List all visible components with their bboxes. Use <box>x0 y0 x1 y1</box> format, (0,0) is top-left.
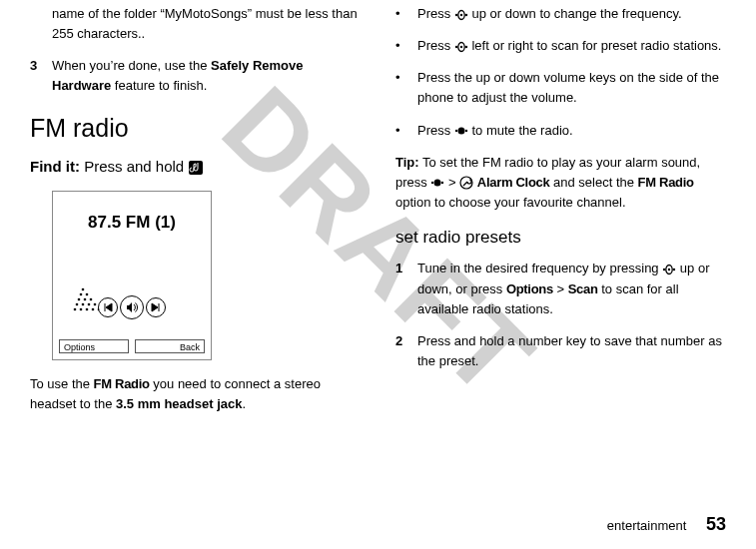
next-button[interactable] <box>146 297 166 317</box>
bullet-text: Press the up or down volume keys on the … <box>417 68 725 108</box>
svg-point-29 <box>434 180 441 187</box>
fm-radio-heading: FM radio <box>30 109 360 148</box>
center-key-icon <box>454 125 468 137</box>
svg-point-32 <box>673 269 675 271</box>
t: to mute the radio. <box>468 123 573 138</box>
page-footer: entertainment 53 <box>607 514 726 535</box>
step-text: When you’re done, use the Safely Remove … <box>52 56 360 96</box>
frequency-display: 87.5 FM (1) <box>53 192 211 236</box>
svg-point-23 <box>460 46 462 48</box>
svg-point-26 <box>457 128 464 135</box>
headset-note: To use the FM Radio you need to connect … <box>30 374 360 414</box>
step-number: 3 <box>30 56 52 96</box>
two-column-layout: name of the folder “MyMotoSongs” must be… <box>30 0 728 426</box>
find-it-text: Press and hold <box>80 158 188 175</box>
bullet-text: Press left or right to scan for preset r… <box>417 36 725 56</box>
svg-point-21 <box>465 46 467 48</box>
nav-key-icon <box>662 264 676 275</box>
bullet-2: • Press left or right to scan for preset… <box>395 36 725 56</box>
svg-point-7 <box>82 302 85 305</box>
t: Press <box>417 123 454 138</box>
svg-point-16 <box>455 13 457 15</box>
bullet-dot: • <box>395 68 417 108</box>
set-radio-presets-heading: set radio presets <box>395 225 725 251</box>
svg-point-4 <box>92 307 95 310</box>
svg-point-27 <box>431 182 433 184</box>
svg-point-1 <box>74 307 77 310</box>
left-column: name of the folder “MyMotoSongs” must be… <box>30 4 360 426</box>
t: When you’re done, use the <box>52 58 211 73</box>
step-number: 1 <box>395 259 417 318</box>
jack-term: 3.5 mm headset jack <box>116 396 242 411</box>
svg-point-10 <box>78 297 81 300</box>
back-softkey[interactable]: Back <box>135 339 205 353</box>
svg-point-31 <box>663 269 665 271</box>
t: option to choose your favourite channel. <box>395 195 626 210</box>
bullet-dot: • <box>395 4 417 24</box>
bullet-text: Press up or down to change the frequency… <box>417 4 725 24</box>
tools-icon <box>459 176 473 190</box>
step-text: Tune in the desired frequency by pressin… <box>417 259 725 318</box>
step-number: 2 <box>395 331 417 371</box>
find-it-label: Find it: <box>30 158 80 175</box>
fm-radio-term: FM Radio <box>638 175 694 190</box>
bullet-dot: • <box>395 121 417 141</box>
options-softkey[interactable]: Options <box>59 339 129 353</box>
svg-point-2 <box>80 307 83 310</box>
svg-point-6 <box>76 302 79 305</box>
bullet-1: • Press up or down to change the frequen… <box>395 4 725 24</box>
music-key-icon <box>188 160 204 176</box>
nav-key-icon <box>454 41 468 53</box>
play-sound-button[interactable] <box>120 295 144 319</box>
bullet-3: • Press the up or down volume keys on th… <box>395 68 725 108</box>
svg-point-14 <box>86 292 89 295</box>
bullet-dot: • <box>395 36 417 56</box>
t: > <box>553 281 568 296</box>
svg-point-3 <box>86 307 89 310</box>
svg-point-8 <box>88 302 91 305</box>
t: To use the <box>30 376 94 391</box>
svg-point-15 <box>82 287 85 290</box>
t: feature to finish. <box>111 78 207 93</box>
softkey-bar: Options Back <box>59 339 205 353</box>
t: > <box>444 175 459 190</box>
phone-screen-mock: 87.5 FM (1) Options <box>52 191 212 360</box>
preset-step-1: 1 Tune in the desired frequency by press… <box>395 259 725 318</box>
find-it-line: Find it: Press and hold <box>30 155 360 178</box>
carryover-paragraph: name of the folder “MyMotoSongs” must be… <box>30 4 360 44</box>
bullet-text: Press to mute the radio. <box>417 121 725 141</box>
page-number: 53 <box>706 514 726 534</box>
bullet-4: • Press to mute the radio. <box>395 121 725 141</box>
step-3: 3 When you’re done, use the Safely Remov… <box>30 56 360 96</box>
preset-step-2: 2 Press and hold a number key to save th… <box>395 331 725 371</box>
svg-point-24 <box>455 130 457 132</box>
svg-point-20 <box>455 46 457 48</box>
svg-point-17 <box>465 13 467 15</box>
svg-point-9 <box>94 302 97 305</box>
svg-point-12 <box>90 297 93 300</box>
playback-controls <box>98 295 166 319</box>
svg-point-25 <box>465 130 467 132</box>
nav-key-icon <box>454 9 468 21</box>
svg-point-11 <box>84 297 87 300</box>
right-column: • Press up or down to change the frequen… <box>395 4 725 426</box>
options-term: Options <box>506 281 553 296</box>
tip-paragraph: Tip: To set the FM radio to play as your… <box>395 153 725 213</box>
svg-point-13 <box>80 292 83 295</box>
svg-point-19 <box>460 13 462 15</box>
t: . <box>242 396 246 411</box>
tip-label: Tip: <box>395 155 419 170</box>
page: DRAFT name of the folder “MyMotoSongs” m… <box>0 0 756 549</box>
alarm-clock-term: Alarm Clock <box>477 175 550 190</box>
t: and select the <box>549 175 637 190</box>
svg-point-34 <box>668 269 670 271</box>
fm-radio-term: FM Radio <box>94 376 150 391</box>
step-text: Press and hold a number key to save that… <box>417 331 725 371</box>
center-key-icon <box>430 177 444 189</box>
prev-button[interactable] <box>98 297 118 317</box>
footer-section: entertainment <box>607 518 687 533</box>
scan-term: Scan <box>568 281 598 296</box>
